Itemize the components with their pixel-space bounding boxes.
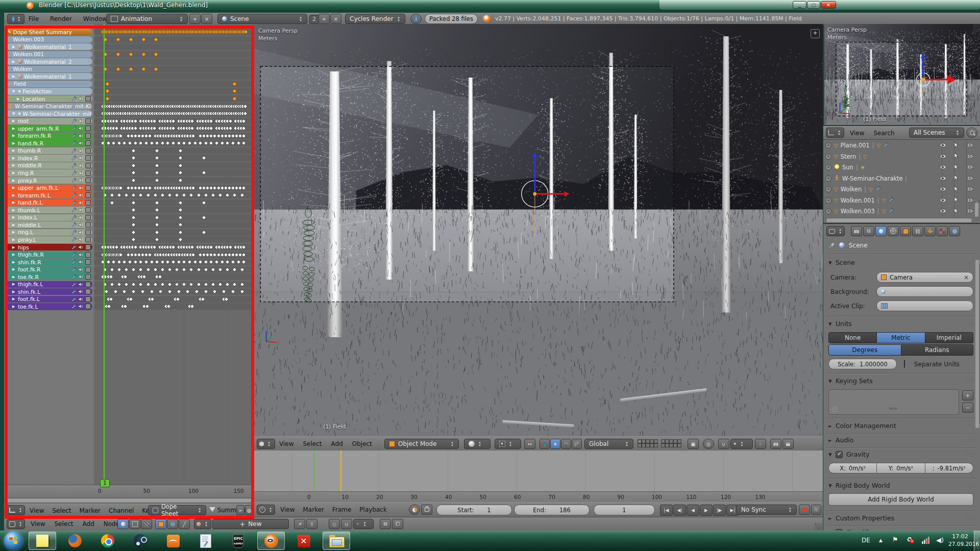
active-clip-field[interactable] <box>876 300 973 311</box>
paste-node-icon[interactable]: ⧠ <box>392 519 403 529</box>
tray-sync-icon[interactable]: ♻✕ <box>906 536 913 543</box>
tray-clock[interactable]: 17:0227.09.2016 <box>948 533 972 548</box>
editor-type-timeline-icon[interactable]: ▴▾ <box>257 505 275 515</box>
manipulator-rotate-icon[interactable]: ◠ <box>561 439 571 449</box>
renderable-camera-icon[interactable] <box>967 175 974 182</box>
shader-world-icon[interactable] <box>129 519 140 529</box>
renderable-camera-icon[interactable] <box>967 186 974 193</box>
visibility-eye-icon[interactable] <box>940 142 946 149</box>
editor-type-node-icon[interactable]: ▴▾ <box>7 519 25 529</box>
menu-file[interactable]: File <box>29 15 39 22</box>
panel-custom-properties-header[interactable]: ►Custom Properties <box>828 514 894 522</box>
outliner-scope-select[interactable]: All Scenes▴▾ <box>909 128 964 138</box>
renderable-camera-icon[interactable] <box>967 164 974 171</box>
expand-icon[interactable]: + <box>825 197 831 204</box>
panel-rigid-body-header[interactable]: ▼Rigid Body World <box>828 482 890 489</box>
proportional-edit-icon[interactable]: ◎ <box>703 439 714 449</box>
unit-none[interactable]: None <box>828 332 877 343</box>
outliner-item-stern[interactable]: + ▽ Stern | ▽ <box>825 152 978 162</box>
selectable-cursor-icon[interactable] <box>954 164 959 171</box>
lock-range-icon[interactable] <box>421 505 432 515</box>
taskbar-writer[interactable] <box>192 532 219 550</box>
pivot-select[interactable]: ▴▾ <box>495 439 521 449</box>
outliner-item-wolken[interactable]: + ▽ Wolken | ▽ <box>825 184 978 194</box>
visibility-eye-icon[interactable] <box>940 153 946 160</box>
outliner-vscrollbar[interactable] <box>975 203 978 217</box>
tray-action-center-icon[interactable]: ⚑ <box>892 536 898 543</box>
menu-object[interactable]: Object <box>352 440 372 447</box>
selectable-cursor-icon[interactable] <box>954 208 959 215</box>
expand-icon[interactable]: + <box>825 186 831 192</box>
expand-icon[interactable]: + <box>825 154 831 160</box>
outliner-hscrollbar[interactable] <box>826 218 972 223</box>
pin-icon[interactable]: 📌︎ <box>828 241 835 249</box>
layers-widget-right[interactable] <box>661 439 681 447</box>
viewport-canvas[interactable] <box>254 24 823 436</box>
expand-icon[interactable]: + <box>825 208 831 214</box>
outliner-item-sun[interactable]: + Sun | ☀ <box>825 162 978 172</box>
tray-volume-icon[interactable]: ◀) <box>936 536 944 544</box>
maximize-button[interactable]: ▢ <box>807 1 820 9</box>
menu-select[interactable]: Select <box>54 520 73 528</box>
selectable-cursor-icon[interactable] <box>954 142 959 149</box>
prev-keyframe-button[interactable]: ◀| <box>673 505 686 516</box>
jump-start-button[interactable]: |◀ <box>660 505 673 516</box>
layers-widget-left[interactable] <box>638 439 658 447</box>
separate-units-checkbox[interactable] <box>904 360 905 368</box>
visibility-eye-icon[interactable] <box>940 164 946 171</box>
tab-object[interactable] <box>900 226 911 236</box>
menu-view[interactable]: View <box>850 130 864 137</box>
visibility-eye-icon[interactable] <box>940 208 946 215</box>
menu-select[interactable]: Select <box>303 440 322 447</box>
minimize-button[interactable]: ▁ <box>793 1 806 9</box>
mode-select[interactable]: Object Mode▴▾ <box>384 439 459 449</box>
gravity-y-field[interactable]: Y:0m/s² <box>877 463 925 473</box>
taskbar-x-app[interactable]: ✕ <box>290 532 317 550</box>
gravity-z-field[interactable]: :-9.81m/s² <box>925 463 973 473</box>
node-world-icon[interactable] <box>167 519 178 529</box>
camera-field[interactable]: Camera ✕ <box>876 272 973 283</box>
taskbar-firefox[interactable] <box>61 532 89 550</box>
renderable-camera-icon[interactable] <box>967 197 974 204</box>
editor-type-info-icon[interactable]: i▴▾ <box>7 14 24 24</box>
renderable-camera-icon[interactable] <box>967 153 974 160</box>
viewport-3d[interactable]: Camera Persp Meters (1) Field + ▴▾ ViewS… <box>254 24 823 450</box>
scene-user-count[interactable]: 2 <box>309 15 319 24</box>
timeline-ruler[interactable]: 0102030405060708090100110120130 <box>254 491 823 503</box>
menu-view[interactable]: View <box>31 520 45 528</box>
visibility-eye-icon[interactable] <box>940 175 946 182</box>
remove-keying-set-button[interactable]: − <box>962 403 973 413</box>
gravity-checkbox[interactable] <box>836 451 843 458</box>
tab-world[interactable] <box>888 226 899 236</box>
tray-network-icon[interactable]: ✕ <box>922 537 929 544</box>
next-keyframe-button[interactable]: |▶ <box>713 505 726 516</box>
timeline-track[interactable] <box>254 450 823 491</box>
menu-playback[interactable]: Playback <box>359 506 387 513</box>
record-button[interactable] <box>799 505 810 515</box>
panel-keying-header[interactable]: ▼Keying Sets <box>828 377 873 385</box>
properties-vscrollbar[interactable] <box>975 260 979 428</box>
timeline-current-frame-line[interactable] <box>313 450 314 491</box>
info-icon[interactable]: i <box>410 14 422 24</box>
tab-particles[interactable] <box>949 226 960 236</box>
editor-type-properties-icon[interactable]: ▴▾ <box>826 226 845 236</box>
menu-add[interactable]: Add <box>331 440 343 447</box>
panel-audio-header[interactable]: ►Audio <box>828 436 853 444</box>
delete-layout-button[interactable]: × <box>201 14 212 24</box>
unit-radians[interactable]: Radians <box>901 344 974 356</box>
menu-search[interactable]: Search <box>873 130 894 137</box>
selectable-cursor-icon[interactable] <box>954 153 959 160</box>
taskbar-blender[interactable] <box>257 532 285 550</box>
unit-rotation-segmented[interactable]: Degrees Radians <box>828 344 973 356</box>
tab-render-layers[interactable]: ⧉ <box>863 226 874 236</box>
timeline-editor[interactable]: 0102030405060708090100110120130 ▴▾ ViewM… <box>254 450 823 516</box>
render-animation-icon[interactable]: 🎬︎ <box>782 439 794 449</box>
renderable-camera-icon[interactable] <box>967 142 974 149</box>
menu-view[interactable]: View <box>279 440 293 447</box>
unit-imperial[interactable]: Imperial <box>925 332 973 343</box>
menu-render[interactable]: Render <box>50 15 72 22</box>
outliner-item-plane.001[interactable]: + ▽ Plane.001 | ▽ <box>825 140 978 151</box>
tab-render[interactable]: 📷︎ <box>851 226 862 236</box>
playback-range-icon[interactable] <box>409 505 420 515</box>
outliner-item-wolken.001[interactable]: + ▽ Wolken.001 | ▽ <box>825 195 978 206</box>
